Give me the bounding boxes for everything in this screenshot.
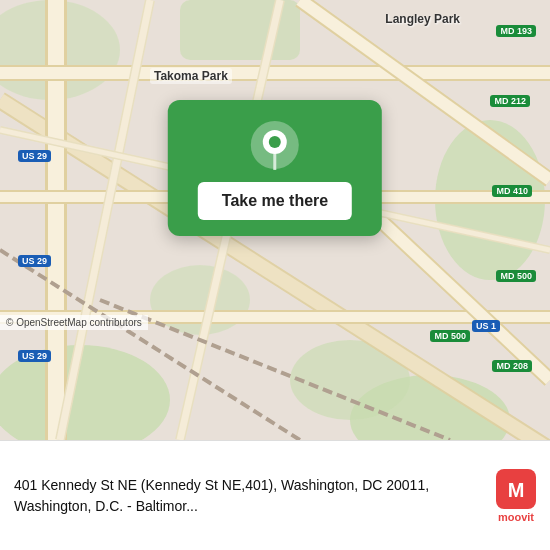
md410-badge: MD 410 — [492, 185, 532, 197]
svg-rect-13 — [0, 67, 550, 79]
us1-badge: US 1 — [472, 320, 500, 332]
md212-badge: MD 212 — [490, 95, 530, 107]
svg-point-32 — [269, 136, 281, 148]
moovit-label: moovit — [498, 511, 534, 523]
us29-badge-3: US 29 — [18, 350, 51, 362]
address-text: 401 Kennedy St NE (Kennedy St NE,401), W… — [14, 475, 486, 517]
us29-badge-2: US 29 — [18, 255, 51, 267]
map-attribution: © OpenStreetMap contributors — [0, 315, 148, 330]
langley-park-label: Langley Park — [385, 12, 460, 26]
location-pin-icon — [250, 120, 300, 170]
md193-badge: MD 193 — [496, 25, 536, 37]
svg-text:M: M — [508, 479, 525, 501]
takoma-park-label: Takoma Park — [150, 68, 232, 84]
moovit-logo: M moovit — [496, 469, 536, 523]
location-card: Take me there — [168, 100, 382, 236]
map-container: US 29 US 29 US 29 MD 193 MD 212 MD 410 M… — [0, 0, 550, 440]
md208-badge: MD 208 — [492, 360, 532, 372]
footer: 401 Kennedy St NE (Kennedy St NE,401), W… — [0, 440, 550, 550]
take-me-there-button[interactable]: Take me there — [198, 182, 352, 220]
moovit-icon: M — [496, 469, 536, 509]
md500-badge-2: MD 500 — [430, 330, 470, 342]
md500-badge-1: MD 500 — [496, 270, 536, 282]
us29-badge-1: US 29 — [18, 150, 51, 162]
